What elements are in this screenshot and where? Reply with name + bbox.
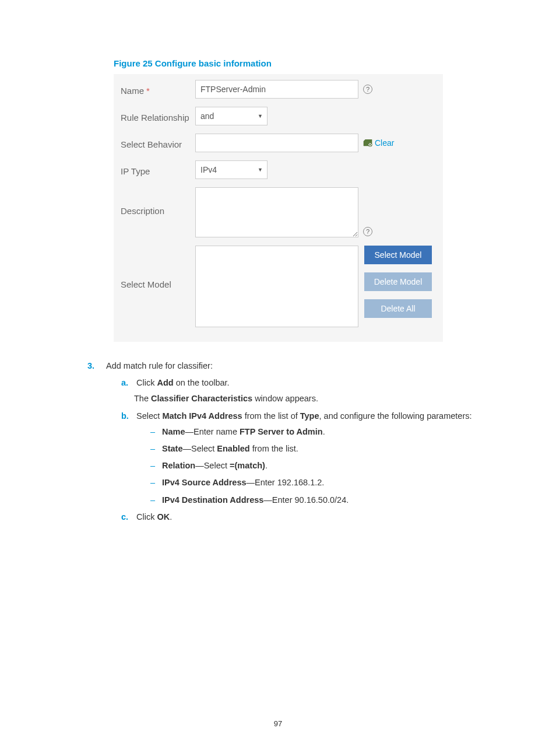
text: window appears.: [252, 394, 318, 403]
step-3-text: Add match rule for classifier:: [106, 359, 213, 373]
dash-item-relation: –Relation—Select =(match).: [150, 459, 498, 473]
dash: –: [150, 459, 162, 473]
text: .: [323, 427, 325, 436]
text: Click: [136, 512, 157, 522]
clear-link[interactable]: Clear: [363, 138, 394, 148]
dash: –: [150, 425, 162, 439]
substep-a-line2: The Classifier Characteristics window ap…: [134, 392, 498, 405]
name-label-text: Name: [121, 86, 144, 96]
dash-item-dest: –IPv4 Destination Address—Enter 90.16.50…: [150, 494, 498, 507]
dash-item-state: –State—Select Enabled from the list.: [150, 442, 498, 456]
rule-relationship-label: Rule Relationship: [121, 110, 195, 123]
step-number-3: 3.: [87, 359, 104, 373]
bold: IPv4 Destination Address: [162, 495, 263, 505]
form-panel: Name* ? Rule Relationship Select Behavio…: [114, 74, 443, 342]
bold: FTP Server to Admin: [240, 427, 323, 436]
bold-ok: OK: [157, 512, 170, 522]
dash: –: [150, 442, 162, 456]
bold: Enabled: [217, 444, 249, 453]
select-model-label: Select Model: [121, 246, 195, 289]
bold-classifier: Classifier Characteristics: [151, 394, 252, 403]
delete-all-button[interactable]: Delete All: [364, 299, 432, 318]
rule-relationship-select[interactable]: [195, 107, 268, 125]
bold: IPv4 Source Address: [162, 478, 247, 487]
description-textarea[interactable]: [195, 187, 358, 237]
text: —Select: [195, 461, 230, 470]
text: —Enter 90.16.50.0/24.: [263, 495, 349, 505]
ip-type-select[interactable]: [195, 160, 268, 179]
required-asterisk: *: [146, 86, 150, 96]
bold-add: Add: [157, 378, 173, 387]
dash: –: [150, 494, 162, 507]
help-icon[interactable]: ?: [363, 85, 372, 94]
page-number: 97: [0, 719, 556, 728]
dash: –: [150, 476, 162, 489]
text: on the toolbar.: [174, 378, 230, 387]
substep-c-body: Click OK.: [136, 512, 172, 522]
delete-model-button[interactable]: Delete Model: [364, 272, 432, 291]
bold: =(match): [230, 461, 265, 470]
description-label: Description: [121, 187, 195, 216]
bold-type: Type: [300, 411, 319, 421]
figure-title: Figure 25 Configure basic information: [114, 58, 498, 68]
text: Select: [136, 411, 162, 421]
text: .: [265, 461, 268, 470]
substep-b-letter: b.: [121, 410, 134, 423]
substep-c-letter: c.: [121, 510, 134, 524]
text: .: [170, 512, 172, 522]
clear-icon: [363, 139, 372, 147]
text: from the list of: [242, 411, 300, 421]
text: —Select: [182, 444, 217, 453]
select-model-button[interactable]: Select Model: [364, 246, 432, 264]
ip-type-label: IP Type: [121, 164, 195, 176]
substep-a-body: Click Add on the toolbar.: [136, 378, 230, 387]
text: —Enter name: [185, 427, 240, 436]
bold: State: [162, 444, 182, 453]
text: Click: [136, 378, 157, 387]
bold: Relation: [162, 461, 195, 470]
text: , and configure the following parameters…: [319, 411, 472, 421]
dash-item-source: –IPv4 Source Address—Enter 192.168.1.2.: [150, 476, 498, 489]
bold-match-ipv4: Match IPv4 Address: [162, 411, 242, 421]
instructions: 3. Add match rule for classifier: a. Cli…: [87, 359, 498, 524]
select-behavior-input[interactable]: [195, 134, 358, 152]
clear-label: Clear: [375, 138, 394, 148]
name-input[interactable]: [195, 80, 358, 99]
select-behavior-label: Select Behavior: [121, 137, 195, 149]
substep-a-letter: a.: [121, 376, 134, 390]
text: from the list.: [250, 444, 298, 453]
bold: Name: [162, 427, 185, 436]
select-model-listbox[interactable]: [195, 246, 358, 327]
text: The: [134, 394, 151, 403]
text: —Enter 192.168.1.2.: [247, 478, 325, 487]
name-label: Name*: [121, 83, 195, 96]
help-icon[interactable]: ?: [363, 227, 372, 236]
substep-b-body: Select Match IPv4 Address from the list …: [136, 411, 471, 421]
dash-item-name: –Name—Enter name FTP Server to Admin.: [150, 425, 498, 439]
